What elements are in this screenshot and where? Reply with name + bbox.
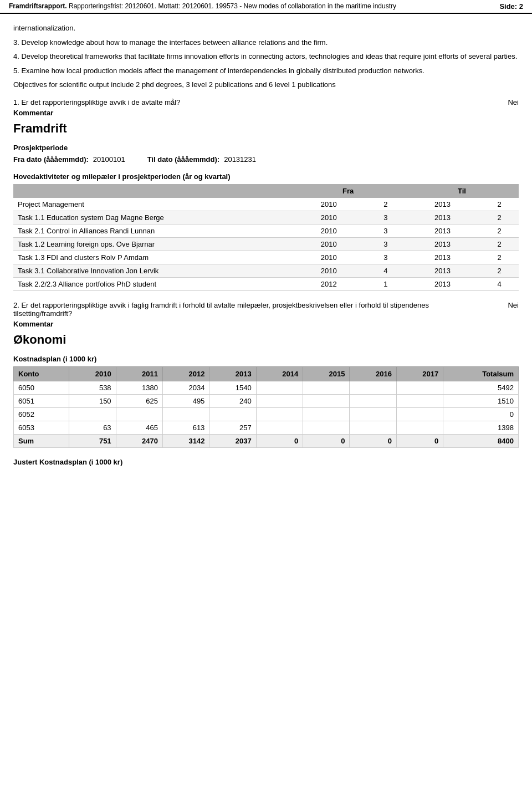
kost-cell: 1510	[443, 394, 519, 407]
kost-cell: 538	[69, 381, 116, 394]
kost-cell: 0	[256, 434, 303, 447]
kost-cell: 465	[116, 421, 162, 434]
justert-kostnadsplan-title: Justert Kostnadsplan (i 1000 kr)	[13, 458, 519, 466]
kost-cell	[396, 421, 443, 434]
intro-item-1: 3. Develop knowledge about how to manage…	[13, 37, 519, 48]
fra-q-cell: 3	[366, 224, 405, 237]
prosjektperiode-label: Prosjektperiode	[13, 144, 519, 152]
til-dato-value: 20131231	[224, 155, 256, 164]
til-q-cell: 2	[480, 264, 519, 277]
kommentar1-label: Kommentar	[13, 109, 519, 117]
aktiviteter-header: Hovedaktiviteter og milepæler i prosjekt…	[13, 172, 519, 181]
kost-cell: 8400	[443, 434, 519, 447]
question2-answer: Nei	[508, 301, 519, 318]
activity-cell: Task 2.2/2.3 Alliance portfolios PhD stu…	[13, 277, 291, 290]
fra-year-cell: 2010	[291, 224, 366, 237]
question1-answer: Nei	[508, 98, 519, 106]
table-row: 6053634656132571398	[14, 421, 519, 434]
header-title-block: Framdriftsrapport. Rapporteringsfrist: 2…	[9, 2, 396, 10]
kost-cell: 0	[303, 434, 350, 447]
col-activity	[13, 184, 291, 198]
intro-item-3: 5. Examine how local production models a…	[13, 65, 519, 76]
kost-cell	[256, 394, 303, 407]
til-year-cell: 2013	[405, 211, 480, 224]
til-year-cell: 2013	[405, 264, 480, 277]
kost-col-header: 2015	[303, 366, 350, 381]
kost-cell: 495	[162, 394, 209, 407]
kost-cell: 6051	[14, 394, 69, 407]
til-q-cell: 2	[480, 198, 519, 211]
kost-cell	[350, 421, 396, 434]
kost-cell	[162, 407, 209, 421]
intro-item-4: Objectives for scientific output include…	[13, 79, 519, 90]
kost-cell: 6053	[14, 421, 69, 434]
kost-cell: 3142	[162, 434, 209, 447]
kost-cell	[69, 407, 116, 421]
til-q-cell: 4	[480, 277, 519, 290]
kost-cell: 625	[116, 394, 162, 407]
kost-col-header: Konto	[14, 366, 69, 381]
activity-cell: Task 1.2 Learning foreign ops. Ove Bjarn…	[13, 237, 291, 251]
kost-cell: 613	[162, 421, 209, 434]
intro-item-2: 4. Develop theoretical frameworks that f…	[13, 51, 519, 62]
okonomi-title: Økonomi	[13, 333, 519, 347]
til-q-cell: 2	[480, 224, 519, 237]
til-year-cell: 2013	[405, 198, 480, 211]
kost-cell	[209, 407, 256, 421]
fra-q-cell: 2	[366, 198, 405, 211]
til-q-cell: 2	[480, 237, 519, 251]
kostnadsplan-table: Konto20102011201220132014201520162017Tot…	[13, 366, 519, 448]
kost-cell: 1540	[209, 381, 256, 394]
kost-cell: 2470	[116, 434, 162, 447]
kost-col-header: Totalsum	[443, 366, 519, 381]
main-content: internationalization. 3. Develop knowled…	[0, 14, 532, 478]
fra-year-cell: 2012	[291, 277, 366, 290]
kost-cell	[303, 394, 350, 407]
fra-year-cell: 2010	[291, 198, 366, 211]
intro-block: internationalization. 3. Develop knowled…	[13, 23, 519, 90]
kost-cell	[303, 407, 350, 421]
aktiviteter-table-container: Fra Til Project Management 2010 2 2013 2…	[13, 184, 519, 291]
kost-cell: 0	[396, 434, 443, 447]
fra-q-cell: 3	[366, 211, 405, 224]
kost-cell: 2034	[162, 381, 209, 394]
kost-cell: 2037	[209, 434, 256, 447]
fra-year-cell: 2010	[291, 264, 366, 277]
framdrift-title: Framdrift	[13, 121, 519, 136]
table-row: Project Management 2010 2 2013 2	[13, 198, 519, 211]
aktiviteter-table: Fra Til Project Management 2010 2 2013 2…	[13, 184, 519, 291]
til-dato-label: Til dato (åååemmdd):	[147, 155, 220, 164]
kost-cell: Sum	[14, 434, 69, 447]
kost-cell: 0	[350, 434, 396, 447]
til-year-cell: 2013	[405, 224, 480, 237]
table-row: 60520	[14, 407, 519, 421]
fra-q-cell: 3	[366, 237, 405, 251]
fra-year-cell: 2010	[291, 251, 366, 264]
col-til: Til	[405, 184, 519, 198]
til-year-cell: 2013	[405, 277, 480, 290]
kost-cell	[256, 407, 303, 421]
table-row: Task 1.2 Learning foreign ops. Ove Bjarn…	[13, 237, 519, 251]
question1-text: 1. Er det rapporteringspliktige avvik i …	[13, 98, 180, 106]
kost-cell	[396, 381, 443, 394]
til-q-cell: 2	[480, 251, 519, 264]
kost-cell	[350, 394, 396, 407]
intro-item-0: internationalization.	[13, 23, 519, 34]
kost-col-header: 2011	[116, 366, 162, 381]
table-row: Task 2.2/2.3 Alliance portfolios PhD stu…	[13, 277, 519, 290]
col-fra: Fra	[291, 184, 405, 198]
fra-q-cell: 1	[366, 277, 405, 290]
til-year-cell: 2013	[405, 251, 480, 264]
kost-col-header: 2012	[162, 366, 209, 381]
table-row: Task 1.1 Education system Dag Magne Berg…	[13, 211, 519, 224]
fra-year-cell: 2010	[291, 237, 366, 251]
til-year-cell: 2013	[405, 237, 480, 251]
fra-dato-label: Fra dato (åååemmdd):	[13, 155, 89, 164]
kost-cell: 1380	[116, 381, 162, 394]
kost-cell	[256, 421, 303, 434]
activity-cell: Task 3.1 Collaborative Innovation Jon Le…	[13, 264, 291, 277]
fra-dato-item: Fra dato (åååemmdd): 20100101	[13, 155, 125, 164]
table-row: 60511506254952401510	[14, 394, 519, 407]
kost-cell: 63	[69, 421, 116, 434]
activity-cell: Project Management	[13, 198, 291, 211]
